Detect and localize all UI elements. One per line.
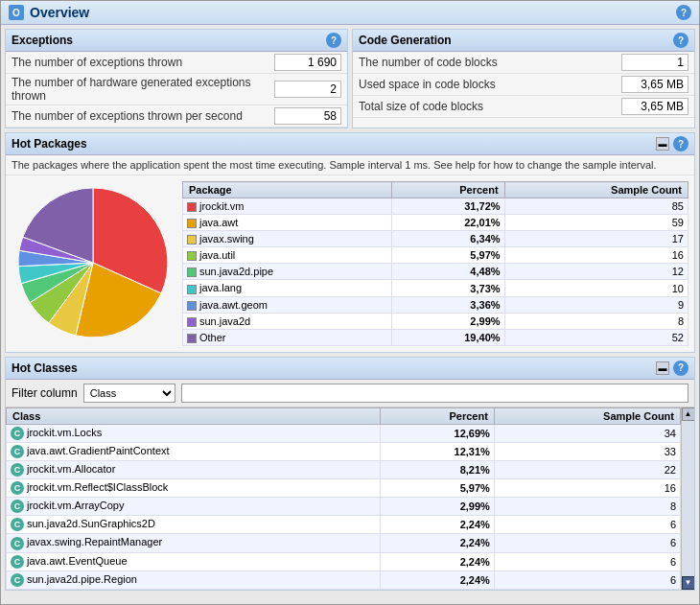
table-row: Cjavax.swing.RepaintManager 2,24% 6	[7, 534, 681, 552]
class-icon: C	[11, 427, 24, 440]
exceptions-row-2: The number of hardware generated excepti…	[6, 74, 347, 105]
class-icon: C	[11, 573, 24, 587]
pkg-percent: 5,97%	[392, 247, 504, 264]
scroll-up-button[interactable]: ▲	[682, 407, 695, 421]
hot-packages-header: Hot Packages ▬ ?	[6, 133, 694, 155]
filter-label: Filter column	[12, 386, 78, 400]
pkg-name: Other	[183, 329, 392, 345]
hot-packages-table: Package Percent Sample Count jrockit.vm …	[182, 181, 688, 346]
pkg-name: java.awt	[183, 215, 392, 231]
hot-classes-header: Hot Classes ▬ ?	[6, 358, 694, 380]
cls-count: 22	[494, 461, 680, 479]
pkg-count: 59	[504, 215, 688, 231]
pkg-percent: 22,01%	[392, 215, 504, 231]
pkg-percent: 4,48%	[392, 264, 504, 280]
exceptions-row-1: The number of exceptions thrown 1 690	[6, 52, 347, 74]
pkg-name: java.awt.geom	[183, 296, 392, 313]
title-bar-left: O Overview	[9, 5, 89, 20]
code-gen-rows: The number of code blocks 1 Used space i…	[353, 52, 694, 118]
exceptions-label-3: The number of exceptions thrown per seco…	[12, 109, 274, 123]
hot-classes-minimize-button[interactable]: ▬	[656, 361, 669, 375]
pkg-name: sun.java2d	[183, 313, 392, 329]
cls-count: 6	[494, 570, 680, 589]
exceptions-value-2: 2	[274, 81, 341, 98]
table-row: jrockit.vm 31,72% 85	[183, 198, 688, 215]
pkg-count: 52	[504, 329, 688, 345]
main-window: O Overview ? Exceptions ? The number of …	[0, 0, 700, 605]
code-gen-row-1: The number of code blocks 1	[353, 52, 694, 74]
scrollbar[interactable]: ▲ ▼	[681, 407, 694, 590]
title-help-button[interactable]: ?	[676, 5, 691, 20]
pkg-col-percent: Percent	[392, 182, 504, 198]
class-icon: C	[11, 555, 24, 569]
cls-count: 8	[494, 498, 680, 516]
class-icon: C	[11, 463, 24, 477]
hot-classes-title: Hot Classes	[12, 361, 78, 375]
table-row: java.awt.geom 3,36% 9	[183, 296, 688, 313]
exceptions-value-3: 58	[274, 107, 341, 125]
cls-name: Cjrockit.vm.ArrayCopy	[7, 498, 381, 516]
code-gen-label-2: Used space in code blocks	[359, 78, 621, 91]
hot-classes-header-right: ▬ ?	[656, 361, 688, 376]
cls-col-percent: Percent	[380, 407, 494, 424]
hot-packages-minimize-button[interactable]: ▬	[656, 137, 669, 151]
pkg-percent: 31,72%	[392, 198, 504, 215]
pkg-count: 9	[504, 296, 688, 313]
table-row: java.awt 22,01% 59	[183, 215, 688, 231]
hot-classes-section: Hot Classes ▬ ? Filter column Class Perc…	[5, 357, 695, 591]
cls-count: 34	[494, 424, 680, 442]
cls-percent: 12,31%	[380, 442, 494, 460]
hot-classes-table: Class Percent Sample Count Cjrockit.vm.L…	[6, 407, 681, 590]
pkg-name: sun.java2d.pipe	[183, 264, 392, 280]
pkg-count: 8	[504, 313, 688, 329]
hot-classes-help-button[interactable]: ?	[673, 361, 688, 376]
code-gen-header: Code Generation ?	[353, 30, 694, 52]
code-gen-label-1: The number of code blocks	[359, 56, 621, 69]
code-gen-help-button[interactable]: ?	[673, 33, 688, 48]
code-generation-section: Code Generation ? The number of code blo…	[352, 29, 695, 128]
pkg-count: 85	[504, 198, 688, 215]
exceptions-value-1: 1 690	[274, 54, 341, 71]
exceptions-help-button[interactable]: ?	[326, 33, 341, 48]
code-gen-value-1: 1	[621, 54, 688, 71]
cls-percent: 2,99%	[380, 498, 494, 516]
page-title: Overview	[30, 5, 89, 20]
pkg-count: 10	[504, 280, 688, 296]
cls-percent: 2,24%	[380, 570, 494, 589]
pkg-col-count: Sample Count	[504, 182, 688, 198]
cls-col-count: Sample Count	[494, 407, 680, 424]
cls-count: 16	[494, 479, 680, 498]
cls-percent: 2,24%	[380, 534, 494, 552]
pkg-name: java.lang	[183, 280, 392, 296]
code-gen-title: Code Generation	[359, 34, 452, 47]
hot-packages-title: Hot Packages	[12, 137, 87, 151]
cls-col-name: Class	[7, 407, 381, 424]
scroll-down-button[interactable]: ▼	[682, 576, 695, 590]
exceptions-row-3: The number of exceptions thrown per seco…	[6, 105, 347, 128]
hot-packages-body: Package Percent Sample Count jrockit.vm …	[6, 175, 694, 352]
pkg-name: javax.swing	[183, 231, 392, 247]
exceptions-label-1: The number of exceptions thrown	[12, 56, 274, 69]
filter-bar: Filter column Class Percent Sample Count	[6, 380, 694, 407]
table-row: sun.java2d 2,99% 8	[183, 313, 688, 329]
table-row: Other 19,40% 52	[183, 329, 688, 345]
title-bar: O Overview ?	[1, 1, 699, 25]
filter-select[interactable]: Class Percent Sample Count	[83, 384, 175, 403]
filter-input[interactable]	[181, 384, 688, 403]
class-icon: C	[11, 445, 24, 458]
exceptions-label-2: The number of hardware generated excepti…	[12, 76, 274, 103]
table-row: Cjrockit.vm.Allocator 8,21% 22	[7, 461, 681, 479]
cls-count: 6	[494, 534, 680, 552]
code-gen-value-3: 3,65 MB	[621, 98, 688, 115]
table-row: javax.swing 6,34% 17	[183, 231, 688, 247]
pkg-percent: 6,34%	[392, 231, 504, 247]
hot-packages-help-button[interactable]: ?	[673, 136, 688, 151]
hot-packages-table-container: Package Percent Sample Count jrockit.vm …	[182, 181, 688, 346]
cls-name: Cjrockit.vm.Allocator	[7, 461, 381, 479]
cls-percent: 12,69%	[380, 424, 494, 442]
table-row: Cjava.awt.GradientPaintContext 12,31% 33	[7, 442, 681, 460]
cls-count: 6	[494, 552, 680, 570]
cls-name: Cjava.awt.EventQueue	[7, 552, 381, 570]
class-icon: C	[11, 518, 24, 531]
cls-percent: 8,21%	[380, 461, 494, 479]
